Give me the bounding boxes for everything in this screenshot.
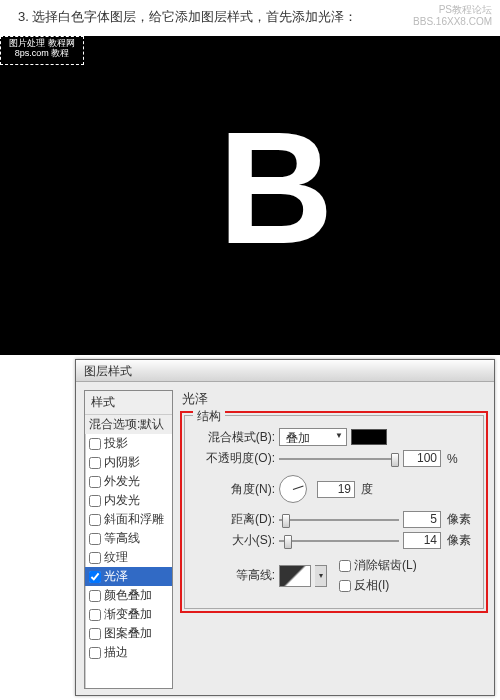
styles-header: 样式 bbox=[85, 391, 172, 415]
style-item-12[interactable]: 描边 bbox=[85, 643, 172, 662]
size-input[interactable]: 14 bbox=[403, 532, 441, 549]
style-item-label: 描边 bbox=[104, 644, 128, 661]
styles-list: 样式 混合选项:默认投影内阴影外发光内发光斜面和浮雕等高线纹理光泽颜色叠加渐变叠… bbox=[84, 390, 173, 689]
style-item-4[interactable]: 内发光 bbox=[85, 491, 172, 510]
contour-picker[interactable] bbox=[279, 565, 311, 587]
style-item-8[interactable]: 光泽 bbox=[85, 567, 172, 586]
watermark: PS教程论坛 BBS.16XX8.COM bbox=[413, 4, 492, 28]
style-item-3[interactable]: 外发光 bbox=[85, 472, 172, 491]
size-slider[interactable] bbox=[279, 534, 399, 548]
preview-letter: B bbox=[218, 108, 334, 268]
angle-dial[interactable] bbox=[279, 475, 307, 503]
style-item-5[interactable]: 斜面和浮雕 bbox=[85, 510, 172, 529]
size-unit: 像素 bbox=[447, 532, 471, 549]
style-checkbox[interactable] bbox=[89, 533, 101, 545]
style-item-label: 渐变叠加 bbox=[104, 606, 152, 623]
distance-input[interactable]: 5 bbox=[403, 511, 441, 528]
satin-color-swatch[interactable] bbox=[351, 429, 387, 445]
style-item-label: 图案叠加 bbox=[104, 625, 152, 642]
angle-row: 角度(N): 19 度 bbox=[193, 475, 475, 503]
style-item-label: 混合选项:默认 bbox=[89, 416, 164, 433]
style-item-0[interactable]: 混合选项:默认 bbox=[85, 415, 172, 434]
style-checkbox[interactable] bbox=[89, 647, 101, 659]
style-item-label: 光泽 bbox=[104, 568, 128, 585]
distance-row: 距离(D): 5 像素 bbox=[193, 511, 475, 528]
style-checkbox[interactable] bbox=[89, 552, 101, 564]
style-checkbox[interactable] bbox=[89, 571, 101, 583]
style-item-9[interactable]: 颜色叠加 bbox=[85, 586, 172, 605]
style-checkbox[interactable] bbox=[89, 476, 101, 488]
style-item-10[interactable]: 渐变叠加 bbox=[85, 605, 172, 624]
blend-mode-label: 混合模式(B): bbox=[193, 429, 275, 446]
layer-style-dialog: 图层样式 样式 混合选项:默认投影内阴影外发光内发光斜面和浮雕等高线纹理光泽颜色… bbox=[75, 359, 495, 696]
canvas-preview: 图片处理 教程网 8ps.com 教程 B bbox=[0, 36, 500, 355]
style-checkbox[interactable] bbox=[89, 457, 101, 469]
opacity-unit: % bbox=[447, 452, 458, 466]
angle-input[interactable]: 19 bbox=[317, 481, 355, 498]
opacity-input[interactable]: 100 bbox=[403, 450, 441, 467]
size-row: 大小(S): 14 像素 bbox=[193, 532, 475, 549]
highlighted-box: 结构 混合模式(B): 叠加 不透明度(O): bbox=[180, 411, 488, 613]
contour-dropdown-arrow[interactable]: ▾ bbox=[315, 565, 327, 587]
panel-title: 光泽 bbox=[180, 390, 488, 408]
distance-unit: 像素 bbox=[447, 511, 471, 528]
style-item-label: 投影 bbox=[104, 435, 128, 452]
style-item-11[interactable]: 图案叠加 bbox=[85, 624, 172, 643]
angle-unit: 度 bbox=[361, 481, 373, 498]
style-item-7[interactable]: 纹理 bbox=[85, 548, 172, 567]
blend-mode-row: 混合模式(B): 叠加 bbox=[193, 428, 475, 446]
style-checkbox[interactable] bbox=[89, 438, 101, 450]
contour-row: 等高线: ▾ 消除锯齿(L) 反相(I) bbox=[193, 557, 475, 594]
style-checkbox[interactable] bbox=[89, 628, 101, 640]
style-item-label: 斜面和浮雕 bbox=[104, 511, 164, 528]
style-item-label: 纹理 bbox=[104, 549, 128, 566]
size-label: 大小(S): bbox=[193, 532, 275, 549]
opacity-slider[interactable] bbox=[279, 452, 399, 466]
style-checkbox[interactable] bbox=[89, 495, 101, 507]
selection-watermark: 图片处理 教程网 8ps.com 教程 bbox=[0, 36, 84, 65]
settings-panel: 光泽 结构 混合模式(B): 叠加 不透明度(O): bbox=[180, 390, 488, 689]
style-checkbox[interactable] bbox=[89, 514, 101, 526]
style-item-1[interactable]: 投影 bbox=[85, 434, 172, 453]
invert-checkbox[interactable]: 反相(I) bbox=[339, 577, 417, 594]
style-item-label: 外发光 bbox=[104, 473, 140, 490]
style-checkbox[interactable] bbox=[89, 590, 101, 602]
style-item-label: 内阴影 bbox=[104, 454, 140, 471]
fieldset-legend: 结构 bbox=[193, 408, 225, 425]
contour-label: 等高线: bbox=[193, 567, 275, 584]
distance-label: 距离(D): bbox=[193, 511, 275, 528]
distance-slider[interactable] bbox=[279, 513, 399, 527]
style-checkbox[interactable] bbox=[89, 609, 101, 621]
style-item-label: 颜色叠加 bbox=[104, 587, 152, 604]
style-item-2[interactable]: 内阴影 bbox=[85, 453, 172, 472]
blend-mode-dropdown[interactable]: 叠加 bbox=[279, 428, 347, 446]
style-item-6[interactable]: 等高线 bbox=[85, 529, 172, 548]
dialog-titlebar[interactable]: 图层样式 bbox=[76, 360, 494, 382]
style-item-label: 内发光 bbox=[104, 492, 140, 509]
opacity-row: 不透明度(O): 100 % bbox=[193, 450, 475, 467]
angle-label: 角度(N): bbox=[193, 481, 275, 498]
antialias-checkbox[interactable]: 消除锯齿(L) bbox=[339, 557, 417, 574]
opacity-label: 不透明度(O): bbox=[193, 450, 275, 467]
style-item-label: 等高线 bbox=[104, 530, 140, 547]
